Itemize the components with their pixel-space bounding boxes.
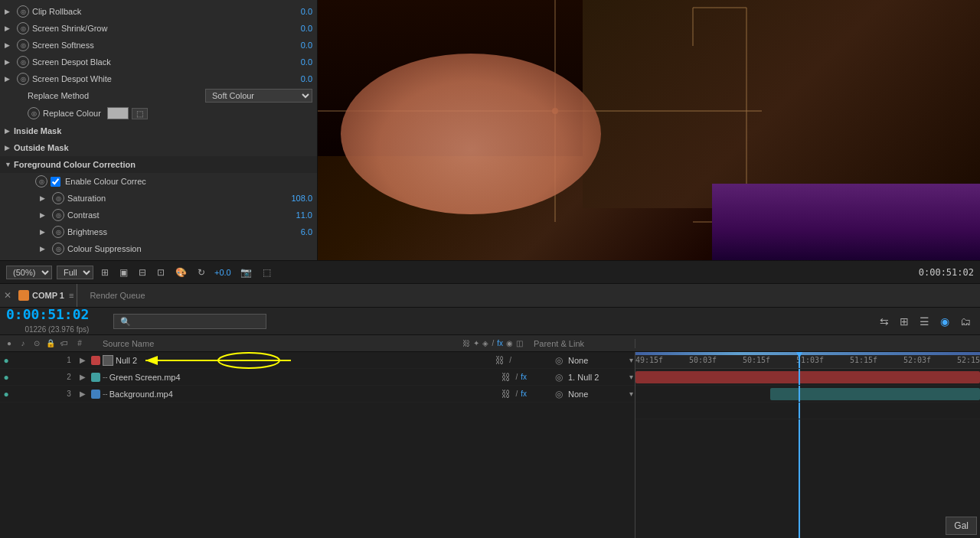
col-link-icon: ⛓ — [462, 339, 470, 347]
col-fx-icon: fx — [497, 339, 503, 347]
effects-panel: ▶ ◎ Clip Rollback 0.0 ▶ ◎ Screen Shrink/… — [0, 0, 318, 260]
fg-prop-icon: ◎ — [52, 226, 64, 238]
layer-expand[interactable]: ▶ — [77, 373, 89, 381]
comp-tab-name[interactable]: COMP 1 — [32, 291, 64, 300]
zoom-select[interactable]: (50%) — [6, 266, 52, 279]
layer-name[interactable]: Null 2 — [116, 356, 492, 365]
prop-label: Colour Suppression — [67, 244, 312, 253]
contrast-row[interactable]: ▶ ◎ Contrast 11.0 — [0, 207, 317, 223]
comp-tab-color-indicator — [18, 290, 29, 301]
tl-tool-3[interactable]: ☰ — [916, 314, 933, 329]
expand-icon: ▶ — [40, 194, 49, 202]
tab-close-button[interactable]: ✕ — [0, 283, 15, 308]
link-icon[interactable]: ⛓ — [492, 355, 508, 366]
effect-value[interactable]: 0.0 — [301, 74, 312, 83]
pen-icon[interactable]: / — [514, 390, 519, 398]
playhead-line — [799, 386, 800, 402]
parent-arrow[interactable]: ▾ — [628, 373, 635, 381]
replace-method-row: Replace Method Soft Colour — [0, 87, 317, 104]
colour-suppression-row[interactable]: ▶ ◎ Colour Suppression — [0, 240, 317, 257]
layer-panel-left-header: ● ♪ ⊙ 🔒 🏷 # Source Name ⛓ ✦ ◈ / fx ◉ ◫ — [0, 339, 635, 348]
effect-value[interactable]: 0.0 — [301, 7, 312, 16]
ruler-mark: 52:03f — [903, 356, 931, 364]
colour-swatch[interactable] — [107, 107, 129, 119]
ruler-mark: 51:03f — [796, 356, 824, 364]
layer-name[interactable]: Background.mp4 — [109, 390, 499, 399]
expand-icon: ▶ — [5, 24, 14, 32]
refresh-button[interactable]: ↻ — [194, 266, 208, 279]
prop-value[interactable]: 11.0 — [296, 210, 312, 220]
effect-icon: ◎ — [17, 73, 29, 85]
screen-despot-black-row[interactable]: ▶ ◎ Screen Despot Black 0.0 — [0, 54, 317, 70]
timeline-header: 0:00:51:02 01226 (23.976 fps) ⇆ ⊞ ☰ ◉ 🗂 — [0, 308, 980, 335]
fx-label[interactable]: fx — [519, 373, 528, 381]
layer-name[interactable]: Green Screen.mp4 — [109, 373, 499, 382]
link-icon[interactable]: ⛓ — [498, 372, 514, 383]
playhead[interactable] — [799, 352, 800, 368]
show-snapshot-button[interactable]: ⬚ — [260, 266, 274, 279]
playhead-line — [799, 419, 800, 538]
sub-arrow: -- — [103, 373, 108, 381]
parent-icon[interactable]: ◎ — [551, 355, 567, 366]
fit-button[interactable]: ⊞ — [98, 266, 112, 279]
tl-tool-1[interactable]: ⇆ — [877, 314, 892, 329]
fg-colour-correction-section[interactable]: ▼ Foreground Colour Correction — [0, 156, 317, 173]
layer-expand[interactable]: ▶ — [77, 356, 89, 364]
inside-mask-section[interactable]: ▶ Inside Mask — [0, 122, 317, 139]
visibility-toggle[interactable]: ● — [0, 355, 12, 366]
brightness-row[interactable]: ▶ ◎ Brightness 6.0 — [0, 223, 317, 240]
parent-link-header: Parent & Link — [528, 339, 635, 348]
tl-tool-4[interactable]: ◉ — [937, 314, 952, 329]
comp-tab-menu[interactable]: ≡ — [69, 291, 74, 300]
parent-icon[interactable]: ◎ — [551, 389, 567, 399]
visibility-toggle[interactable]: ● — [0, 389, 12, 399]
effect-label: Screen Shrink/Grow — [32, 24, 298, 33]
screen-softness-row[interactable]: ▶ ◎ Screen Softness 0.0 — [0, 37, 317, 54]
effect-value[interactable]: 0.0 — [301, 24, 312, 33]
col-pen-icon: / — [492, 339, 494, 347]
parent-arrow[interactable]: ▾ — [628, 390, 635, 398]
screen-shrink-row[interactable]: ▶ ◎ Screen Shrink/Grow 0.0 — [0, 20, 317, 37]
fx-label[interactable]: fx — [519, 390, 528, 398]
prop-label: Contrast — [67, 210, 296, 220]
expand-icon: ▶ — [5, 144, 14, 152]
enable-colour-correction-checkbox[interactable] — [51, 177, 60, 187]
render-queue-tab[interactable]: Render Queue — [80, 284, 154, 307]
grid-button[interactable]: ⊟ — [136, 266, 149, 279]
snapshot-button[interactable]: 📷 — [237, 266, 255, 279]
clip-rollback-row[interactable]: ▶ ◎ Clip Rollback 0.0 — [0, 3, 317, 20]
tl-tool-2[interactable]: ⊞ — [897, 314, 912, 329]
tl-tool-5[interactable]: 🗂 — [957, 314, 974, 329]
timeline-ruler: 49:15f 50:03f 50:15f 51:03f 51:15f 52:03… — [635, 352, 980, 369]
preview-timecode: 0:00:51:02 — [919, 267, 974, 278]
col-solo-icon: ⊙ — [31, 339, 43, 347]
effect-icon: ◎ — [17, 5, 29, 18]
layer-number: 2 — [61, 373, 77, 381]
color-button[interactable]: 🎨 — [172, 266, 190, 279]
effect-value[interactable]: 0.0 — [301, 41, 312, 50]
replace-colour-label: Replace Colour — [43, 109, 101, 118]
parent-icon[interactable]: ◎ — [551, 372, 567, 383]
channels-button[interactable]: ⊡ — [154, 266, 168, 279]
prop-value[interactable]: 108.0 — [291, 194, 312, 203]
replace-method-select[interactable]: Soft Colour — [205, 89, 312, 103]
safe-margins-button[interactable]: ▣ — [116, 266, 131, 279]
search-input[interactable] — [113, 314, 266, 329]
visibility-toggle[interactable]: ● — [0, 372, 12, 383]
pen-icon[interactable]: / — [508, 356, 513, 364]
effect-value[interactable]: 0.0 — [301, 57, 312, 67]
pen-icon[interactable]: / — [514, 373, 519, 381]
timeline-timecode[interactable]: 0:00:51:02 — [6, 306, 89, 322]
saturation-row[interactable]: ▶ ◎ Saturation 108.0 — [0, 190, 317, 207]
ruler-mark: 50:15f — [743, 356, 770, 364]
outside-mask-section[interactable]: ▶ Outside Mask — [0, 139, 317, 156]
screen-despot-white-row[interactable]: ▶ ◎ Screen Despot White 0.0 — [0, 70, 317, 87]
quality-select[interactable]: Full — [57, 266, 93, 279]
link-icon[interactable]: ⛓ — [498, 389, 514, 399]
parent-arrow[interactable]: ▾ — [628, 356, 635, 364]
section-label: Foreground Colour Correction — [14, 160, 136, 169]
layer-expand[interactable]: ▶ — [77, 390, 89, 398]
prop-value[interactable]: 6.0 — [301, 227, 312, 236]
eyedropper-button[interactable]: ⬚ — [132, 108, 148, 119]
gal-button[interactable]: Gal — [946, 517, 977, 535]
